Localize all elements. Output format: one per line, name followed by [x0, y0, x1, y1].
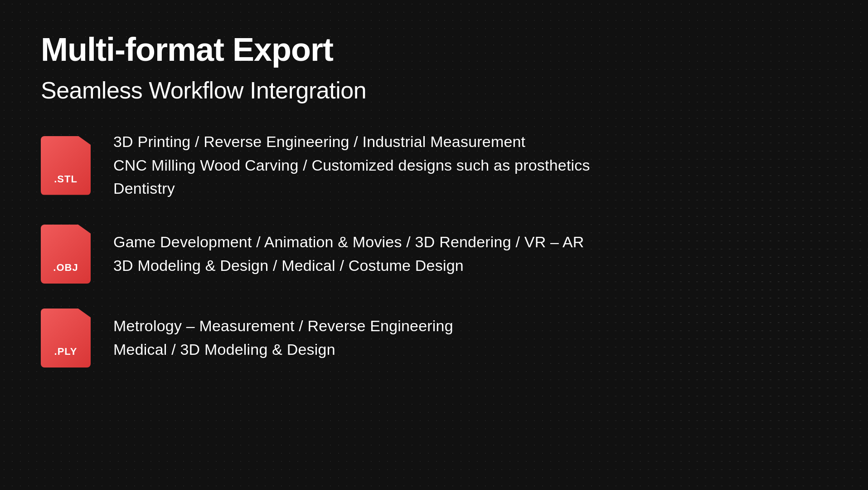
ply-icon-label: .PLY: [41, 346, 91, 358]
obj-desc-line1: Game Development / Animation & Movies / …: [113, 231, 584, 253]
stl-file-icon: .STL: [41, 136, 91, 195]
page-subtitle: Seamless Workflow Intergration: [41, 77, 827, 104]
stl-description: 3D Printing / Reverse Engineering / Indu…: [113, 131, 590, 200]
page-title: Multi-format Export: [41, 32, 827, 68]
stl-desc-line1: 3D Printing / Reverse Engineering / Indu…: [113, 131, 590, 153]
stl-desc-line3: Dentistry: [113, 178, 590, 200]
stl-icon-body: .STL: [41, 136, 91, 195]
obj-desc-line2: 3D Modeling & Design / Medical / Costume…: [113, 255, 584, 277]
obj-description: Game Development / Animation & Movies / …: [113, 231, 584, 276]
ply-file-icon: .PLY: [41, 309, 91, 368]
format-item-stl: .STL 3D Printing / Reverse Engineering /…: [41, 131, 827, 200]
ply-description: Metrology – Measurement / Reverse Engine…: [113, 315, 453, 360]
format-item-ply: .PLY Metrology – Measurement / Reverse E…: [41, 309, 827, 368]
ply-desc-line2: Medical / 3D Modeling & Design: [113, 339, 453, 361]
stl-icon-fold: [78, 136, 91, 145]
obj-icon-fold: [78, 225, 91, 234]
obj-icon-body: .OBJ: [41, 225, 91, 284]
stl-icon-label: .STL: [41, 173, 91, 185]
obj-icon-label: .OBJ: [41, 262, 91, 274]
format-item-obj: .OBJ Game Development / Animation & Movi…: [41, 225, 827, 284]
stl-desc-line2: CNC Milling Wood Carving / Customized de…: [113, 155, 590, 176]
ply-icon-fold: [78, 309, 91, 318]
ply-desc-line1: Metrology – Measurement / Reverse Engine…: [113, 315, 453, 337]
format-list: .STL 3D Printing / Reverse Engineering /…: [41, 131, 827, 368]
ply-icon-body: .PLY: [41, 309, 91, 368]
obj-file-icon: .OBJ: [41, 225, 91, 284]
